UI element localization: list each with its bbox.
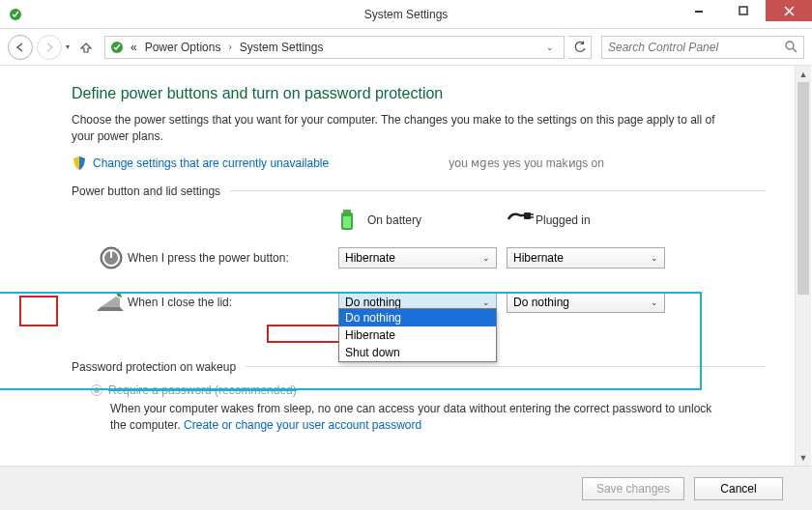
chevron-down-icon: ⌄ — [651, 298, 658, 307]
page-description: Choose the power settings that you want … — [72, 112, 729, 146]
column-headers: On battery Plugged in — [72, 208, 766, 233]
page-title: Define power buttons and turn on passwor… — [72, 85, 766, 102]
dropdown-option[interactable]: Hibernate — [339, 326, 496, 344]
row-power-button: When I press the power button: Hibernate… — [72, 242, 766, 273]
require-password-radio[interactable]: Require a password (recommended) — [91, 383, 766, 397]
close-button[interactable] — [766, 0, 812, 21]
breadcrumb-prefix: « — [129, 41, 139, 54]
battery-icon — [338, 208, 360, 233]
section-power-lid: Power button and lid settings — [72, 184, 766, 198]
search-input[interactable] — [608, 41, 785, 54]
dropdown-option[interactable]: Shut down — [339, 344, 496, 361]
power-icon — [95, 244, 128, 271]
breadcrumb-item[interactable]: Power Options — [143, 41, 223, 54]
shield-icon — [72, 156, 87, 171]
svg-rect-8 — [343, 216, 351, 228]
breadcrumb-item[interactable]: System Settings — [238, 41, 326, 54]
close-lid-battery-dropdown: Do nothing Hibernate Shut down — [338, 308, 497, 362]
save-changes-button[interactable]: Save changes — [582, 477, 684, 500]
column-label: Plugged in — [536, 213, 591, 227]
plug-icon — [507, 208, 528, 233]
svg-line-5 — [793, 48, 797, 52]
laptop-lid-icon — [95, 289, 128, 316]
chevron-right-icon[interactable]: › — [226, 42, 233, 52]
forward-button[interactable] — [37, 35, 62, 60]
row-close-lid: When I close the lid: Do nothing ⌄ Do no… — [72, 287, 766, 318]
cancel-button[interactable]: Cancel — [694, 477, 783, 500]
section-rule — [230, 190, 766, 191]
app-icon — [8, 7, 23, 22]
column-battery: On battery — [338, 208, 507, 233]
window-controls — [677, 0, 812, 21]
radio-icon — [91, 384, 102, 396]
svg-rect-2 — [740, 7, 747, 14]
scroll-down-arrow[interactable]: ▼ — [796, 449, 811, 466]
column-label: On battery — [367, 213, 421, 227]
breadcrumb-dropdown-icon[interactable]: ⌄ — [540, 42, 560, 52]
location-icon — [109, 40, 125, 55]
power-button-plugged-combo[interactable]: Hibernate ⌄ — [507, 247, 665, 269]
create-password-link[interactable]: Create or change your user account passw… — [184, 418, 421, 432]
nav-bar: ▾ « Power Options › System Settings ⌄ — [0, 29, 812, 66]
password-description: When your computer wakes from sleep, no … — [110, 401, 729, 435]
section-rule — [246, 366, 766, 367]
search-box[interactable] — [601, 36, 804, 59]
combo-value: Do nothing — [345, 296, 401, 309]
title-bar: System Settings — [0, 0, 812, 29]
close-lid-plugged-combo[interactable]: Do nothing ⌄ — [507, 292, 665, 313]
chevron-down-icon: ⌄ — [651, 253, 658, 263]
svg-rect-6 — [343, 210, 351, 212]
annotation-highlight-lid-icon — [19, 296, 58, 326]
power-button-battery-combo[interactable]: Hibernate ⌄ — [338, 247, 497, 269]
row-label: When I press the power button: — [128, 251, 338, 265]
up-button[interactable] — [79, 41, 101, 54]
combo-value: Hibernate — [345, 251, 395, 265]
change-settings-link[interactable]: Change settings that are currently unava… — [93, 156, 329, 170]
minimize-button[interactable] — [677, 0, 721, 21]
content-area: Define power buttons and turn on passwor… — [0, 66, 795, 466]
back-button[interactable] — [8, 35, 33, 60]
chevron-down-icon: ⌄ — [482, 298, 490, 307]
section-label: Password protection on wakeup — [72, 360, 236, 374]
maximize-button[interactable] — [721, 0, 766, 21]
row-label: When I close the lid: — [128, 296, 338, 309]
scroll-up-arrow[interactable]: ▲ — [796, 66, 811, 82]
chevron-down-icon: ⌄ — [482, 253, 490, 263]
svg-rect-1 — [695, 11, 703, 13]
refresh-button[interactable] — [568, 36, 592, 59]
combo-value: Hibernate — [513, 251, 564, 265]
breadcrumb[interactable]: « Power Options › System Settings ⌄ — [104, 36, 565, 59]
scroll-thumb[interactable] — [798, 82, 809, 295]
footer: Save changes Cancel — [0, 466, 812, 510]
recent-locations-chevron[interactable]: ▾ — [66, 42, 75, 51]
svg-point-4 — [786, 42, 794, 49]
search-icon[interactable] — [785, 41, 798, 53]
column-plugged: Plugged in — [507, 208, 675, 233]
svg-rect-9 — [524, 212, 531, 219]
ghost-text: yᴏu ᴍɡеs yes you makᴎgs on — [449, 156, 604, 170]
combo-value: Do nothing — [513, 296, 569, 309]
section-password: Password protection on wakeup — [72, 360, 766, 374]
dropdown-option[interactable]: Do nothing — [339, 309, 496, 326]
section-label: Power button and lid settings — [72, 184, 220, 198]
vertical-scrollbar[interactable]: ▲ ▼ — [795, 66, 811, 466]
radio-label: Require a password (recommended) — [108, 383, 297, 397]
